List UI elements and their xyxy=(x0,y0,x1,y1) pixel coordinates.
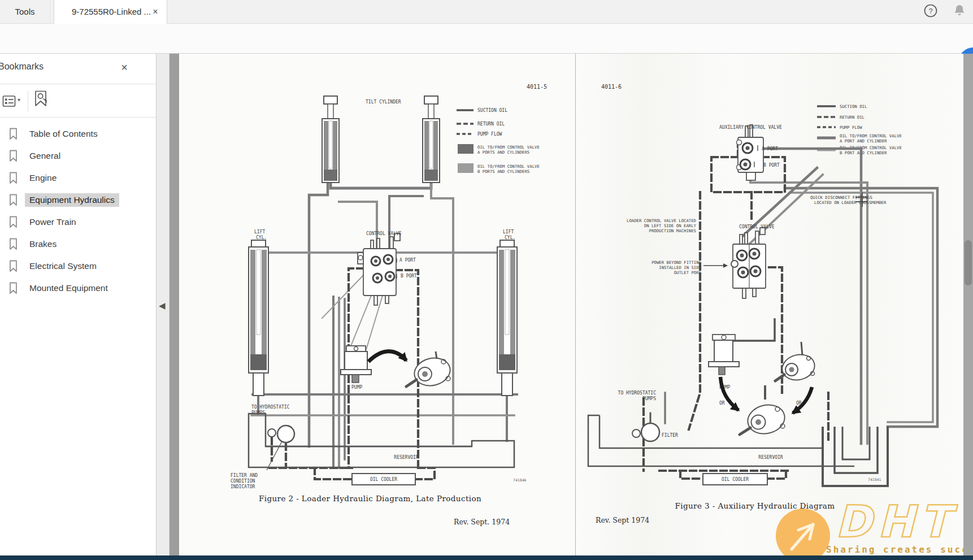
revision-left: Rev. Sept. 1974 xyxy=(454,518,510,526)
figure-ref-number-right: 741841 xyxy=(868,477,881,482)
or-arrow-right xyxy=(793,387,812,413)
bottom-edge-bar xyxy=(0,555,973,560)
page-code-right: 4011-6 xyxy=(601,84,622,90)
help-icon[interactable]: ? xyxy=(923,3,938,20)
tab-document[interactable]: 9-72555R0-Linked ... × xyxy=(54,0,167,24)
bookmark-item-table-of-contents[interactable]: Table of Contents xyxy=(0,123,153,145)
filter-right-label: FILTER xyxy=(662,433,678,438)
tab-document-label: 9-72555R0-Linked ... xyxy=(72,0,151,24)
to-hydrostatic-label: TO HYDROSTATIC xyxy=(251,405,290,410)
legend-suction: SUCTION OIL xyxy=(477,108,507,113)
a-port-label: A PORT xyxy=(399,258,416,263)
legend-a-2: A PORT AND CYLINDER xyxy=(840,138,887,144)
svg-text:?: ? xyxy=(928,7,932,15)
legend-left: SUCTION OIL RETURN OIL PUMP FLOW OIL TO/… xyxy=(457,108,540,174)
legend-b-2: B PORT AND CYLINDER xyxy=(840,150,887,155)
bookmark-flag-icon xyxy=(8,238,18,253)
aux-control-valve-label: AUXILIARY CONTROL VALVE xyxy=(719,125,782,130)
lift-cyl-left-label-2: CYL. xyxy=(256,235,267,240)
pump-arrow xyxy=(368,351,406,362)
legend-pump-flow: PUMP FLOW xyxy=(477,132,502,137)
b-port-label: B PORT xyxy=(401,274,417,279)
bookmark-label: General xyxy=(25,149,65,163)
to-hydrostatic-label-2: PUMPS xyxy=(251,410,265,415)
power-beyond-label-1: POWER BEYOND FITTING xyxy=(651,260,701,265)
bookmark-flag-icon xyxy=(8,128,18,142)
bookmark-item-brakes[interactable]: Brakes xyxy=(0,233,153,255)
bookmark-item-power-train[interactable]: Power Train xyxy=(0,211,153,233)
gear-pump-left xyxy=(406,351,453,389)
legend-a-2: A PORTS AND CYLINDERS xyxy=(477,150,529,155)
collapse-panel-icon[interactable]: ◀ xyxy=(159,301,166,311)
bookmark-label: Electrical System xyxy=(25,259,101,273)
panel-collapse-strip[interactable]: ◀ xyxy=(157,54,170,555)
bookmark-options-caret-icon[interactable]: ▾ xyxy=(18,97,20,103)
filter-label-1: FILTER AND xyxy=(231,473,258,478)
notifications-bell-icon[interactable] xyxy=(953,3,966,20)
page-4011-6: 4011-6 SUCTION OIL RETURN OIL PUMP FLOW … xyxy=(575,54,963,555)
to-hydrostatic-right-2: PUMPS xyxy=(642,396,656,401)
bookmark-label: Power Train xyxy=(25,215,81,229)
auxiliary-control-valve xyxy=(737,125,764,180)
filter-label-3: INDICATOR xyxy=(231,484,255,489)
loader-valve-note-3: PRODUCTION MACHINES xyxy=(649,228,696,233)
oil-cooler-right-label: OIL COOLER xyxy=(722,477,749,482)
bookmarks-list: Table of Contents General Engine Equipme… xyxy=(0,118,156,555)
control-valve-left xyxy=(358,233,400,305)
tab-tools[interactable]: Tools xyxy=(0,0,50,24)
bookmarks-close-icon[interactable]: × xyxy=(116,59,132,75)
bookmark-item-equipment-hydraulics[interactable]: Equipment Hydraulics xyxy=(0,189,153,211)
bookmark-search-icon[interactable] xyxy=(33,90,50,109)
loader-valve-note-1: LOADER CONTROL VALVE LOCATED xyxy=(627,218,696,223)
tab-bar: Tools 9-72555R0-Linked ... × ? xyxy=(0,0,973,24)
legend-a-1: OIL TO/FROM CONTROL VALVE xyxy=(840,133,902,138)
figure-ref-number: 741846 xyxy=(513,478,527,483)
legend-b-1: OIL TO/FROM CONTROL VALVE xyxy=(477,164,540,169)
legend-return: RETURN OIL xyxy=(840,115,865,120)
pump-right xyxy=(709,335,739,375)
bookmark-item-engine[interactable]: Engine xyxy=(0,167,153,189)
document-area: 4011-5 xyxy=(170,54,973,555)
lift-cyl-right-label: LIFT xyxy=(503,229,514,235)
filter-label-2: CONDITION xyxy=(231,479,255,484)
pump-label: PUMP xyxy=(351,385,362,390)
bookmark-flag-icon xyxy=(8,216,18,231)
figure-2-caption: Figure 2 - Loader Hydraulic Diagram, Lat… xyxy=(259,494,481,503)
aux-b-port-label: B PORT xyxy=(763,163,780,168)
quick-disconnect-label-1: QUICK DISCONNECT FITTINGS xyxy=(810,195,872,200)
tilt-cylinders xyxy=(322,96,440,183)
scrollbar-thumb[interactable] xyxy=(965,240,972,285)
vertical-scrollbar[interactable] xyxy=(963,54,973,555)
legend-suction: SUCTION OIL xyxy=(840,104,867,109)
bookmark-item-mounted-equipment[interactable]: Mounted Equipment xyxy=(0,277,153,299)
reservoir-label: RESERVOIR xyxy=(394,455,419,460)
gear-pump-alt-bottom xyxy=(740,385,788,437)
bookmark-item-electrical-system[interactable]: Electrical System xyxy=(0,255,153,277)
bookmark-label: Brakes xyxy=(25,237,61,251)
legend-a-1: OIL TO/FROM CONTROL VALVE xyxy=(477,145,540,150)
to-hydrostatic-right-1: TO HYDROSTATIC xyxy=(618,390,657,396)
power-beyond-label-2: INSTALLED IN SIDE xyxy=(659,265,701,270)
bookmark-label: Mounted Equipment xyxy=(25,281,112,295)
filter-right xyxy=(632,423,659,441)
bookmark-flag-icon xyxy=(8,282,18,297)
bookmark-label: Engine xyxy=(25,171,61,185)
loader-valve-note-2: ON LEFT SIDE ON EARLY xyxy=(644,223,697,228)
bookmark-item-general[interactable]: General xyxy=(0,145,153,167)
pdf-viewer-app: Tools 9-72555R0-Linked ... × ? xyxy=(0,0,973,560)
control-valve-right xyxy=(731,228,766,298)
revision-right: Rev. Sept 1974 xyxy=(596,516,649,524)
tab-close-icon[interactable]: × xyxy=(150,6,161,18)
oil-cooler-label: OIL COOLER xyxy=(370,477,397,482)
legend-b-2: B PORTS AND CYLINDERS xyxy=(477,169,529,174)
quick-disconnect-label-2: LOCATED ON LOADER CROSSMEMBER xyxy=(814,200,887,205)
watermark-slogan: Sharing creates success xyxy=(826,544,973,555)
lift-cyl-right-label-2: CYL. xyxy=(505,235,515,240)
viewer-body: Bookmarks × ▾ Table of Contents xyxy=(0,54,973,555)
bookmark-options-icon[interactable] xyxy=(2,94,16,108)
bookmark-flag-icon xyxy=(8,150,18,164)
aux-a-port-label: A PORT xyxy=(762,146,778,151)
reservoir-right-label: RESERVOIR xyxy=(758,455,783,460)
control-valve-label: CONTROL VALVE xyxy=(366,231,402,236)
bookmarks-panel: Bookmarks × ▾ Table of Contents xyxy=(0,54,157,555)
